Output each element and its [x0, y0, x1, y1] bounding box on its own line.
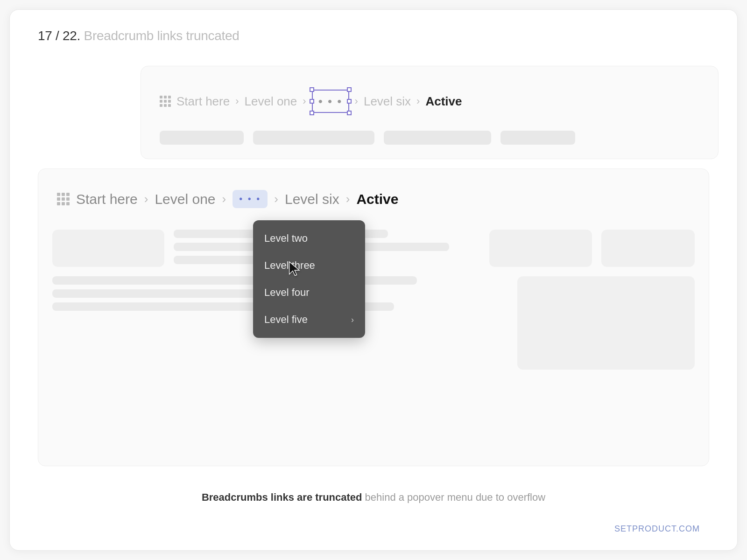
main-example-card: Start here › Level one › • • • › Level s… [38, 168, 709, 466]
bc-top-level6[interactable]: Level six [364, 94, 411, 109]
dropdown-item-level4[interactable]: Level four [253, 279, 365, 306]
outer-card: 17 / 22. Breadcrumb links truncated Star… [9, 9, 738, 551]
grid-icon-main [57, 193, 70, 205]
card-skel-3 [601, 230, 695, 267]
corner-tr [347, 87, 352, 92]
footer-bold: Breadcrumbs links are truncated [202, 491, 362, 503]
top-example-card: Start here › Level one › • • • › Level s… [141, 66, 719, 159]
chevron-icon: › [351, 315, 354, 325]
dropdown-label-level5: Level five [264, 314, 308, 326]
content-row-1 [52, 230, 695, 267]
slide-number: 17 / 22. [38, 28, 80, 43]
dropdown-menu: Level two Level three Level four Level f… [253, 220, 365, 338]
skel-bar-1 [160, 131, 244, 145]
bc-main-start[interactable]: Start here [76, 191, 138, 207]
bc-main-level1[interactable]: Level one [155, 191, 215, 207]
bc-sep-4: › [416, 95, 420, 107]
content-row-2 [52, 276, 695, 370]
card-skel-1 [52, 230, 164, 267]
bc-sep-1: › [235, 95, 239, 107]
skel-bar-2 [253, 131, 374, 145]
content-skeleton [38, 220, 709, 466]
slide-label: 17 / 22. Breadcrumb links truncated [38, 28, 240, 43]
bc-main-sep-1: › [144, 192, 148, 206]
dropdown-item-level2[interactable]: Level two [253, 225, 365, 252]
selection-border [312, 90, 349, 113]
bc-top-active: Active [425, 94, 462, 109]
bc-main-sep-4: › [346, 192, 350, 206]
skel-bar-3 [384, 131, 491, 145]
bc-main-sep-2: › [222, 192, 226, 206]
brand-link[interactable]: SETPRODUCT.COM [614, 524, 700, 534]
dropdown-item-level5[interactable]: Level five › [253, 306, 365, 333]
bc-top-level1[interactable]: Level one [245, 94, 297, 109]
dots-button-main[interactable]: • • • [233, 190, 268, 208]
corner-bl [310, 111, 314, 115]
grid-icon-top [160, 96, 171, 107]
bc-sep-3: › [355, 95, 358, 107]
footer-description: Breadcrumbs links are truncated behind a… [10, 491, 737, 504]
breadcrumb-main: Start here › Level one › • • • › Level s… [57, 190, 398, 208]
bc-main-active: Active [356, 191, 398, 207]
dropdown-item-level3[interactable]: Level three [253, 252, 365, 279]
bc-sep-2: › [303, 95, 306, 107]
bc-main-level6[interactable]: Level six [285, 191, 339, 207]
corner-ml [310, 99, 314, 104]
skel-bar-4 [500, 131, 575, 145]
footer-rest: behind a popover menu due to overflow [362, 491, 545, 503]
card-skel-4 [517, 276, 695, 370]
card-skel-2 [489, 230, 592, 267]
dropdown-label-level2: Level two [264, 232, 308, 245]
corner-br [347, 111, 352, 115]
corner-tl [310, 87, 314, 92]
skeleton-top [160, 131, 699, 145]
dots-selection-box: • • • [312, 90, 349, 113]
slide-title: Breadcrumb links truncated [84, 28, 240, 43]
bc-main-sep-3: › [274, 192, 278, 206]
dropdown-label-level4: Level four [264, 287, 310, 299]
dropdown-label-level3: Level three [264, 259, 315, 272]
corner-mr [347, 99, 352, 104]
bc-top-start[interactable]: Start here [176, 94, 230, 109]
breadcrumb-top: Start here › Level one › • • • › Level s… [160, 90, 462, 113]
